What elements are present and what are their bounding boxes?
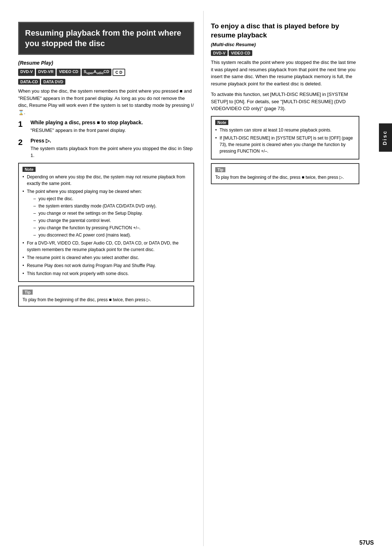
- badge-cd: C D: [113, 69, 125, 76]
- note-item-4: The resume point is cleared when you sel…: [23, 254, 190, 261]
- note-label-right: Note: [215, 120, 228, 125]
- step-1-number: 1: [18, 120, 28, 129]
- note-item-5: Resume Play does not work during Program…: [23, 262, 190, 269]
- badge-videocd: VIDEO CD: [57, 69, 80, 76]
- step-1-body: "RESUME" appears in the front panel disp…: [30, 127, 143, 134]
- badge-superaudiocd: SuperAudioCD: [82, 69, 111, 76]
- sub-list-left: you eject the disc. the system enters st…: [27, 195, 190, 238]
- sub-item-6: you disconnect the AC power cord (mains …: [33, 232, 190, 238]
- tip-box-left: Tip To play from the beginning of the di…: [18, 286, 194, 307]
- right-title: To enjoy a disc that is played before by…: [211, 22, 359, 40]
- right-subtitle: (Multi-disc Resume): [211, 42, 359, 47]
- right-body-2: To activate this function, set [MULTI-DI…: [211, 91, 359, 112]
- tip-box-right: Tip To play from the beginning of the di…: [211, 163, 359, 184]
- badge-row-1: DVD-V DVD-VR VIDEO CD SuperAudioCD C D: [18, 69, 194, 76]
- badge-datadvd: DATA DVD: [41, 79, 65, 85]
- sub-item-5: you change the function by pressing FUNC…: [33, 225, 190, 231]
- badge-datacd: DATA-CD: [18, 79, 40, 85]
- note-box-left: Note Depending on where you stop the dis…: [18, 163, 194, 282]
- right-badge-videocd: VIDEO CD: [229, 50, 252, 56]
- right-body-1: This system recalls the point where you …: [211, 59, 359, 87]
- note-item-6: This function may not work properly with…: [23, 270, 190, 277]
- step-2: 2 Press ▷. The system starts playback fr…: [18, 138, 194, 159]
- badge-dvdvr: DVD-VR: [36, 69, 56, 76]
- step-2-title: Press ▷.: [30, 138, 194, 144]
- side-tab: Disc: [379, 124, 392, 152]
- right-badge-row: DVD-V VIDEO CD: [211, 50, 359, 56]
- badge-row-2: DATA-CD DATA DVD: [18, 79, 194, 85]
- sub-item-3: you change or reset the settings on the …: [33, 210, 190, 217]
- note-item-1: Depending on where you stop the disc, th…: [23, 174, 190, 187]
- right-note-item-1: This system can store at least 10 resume…: [215, 127, 355, 133]
- sub-item-4: you change the parental control level.: [33, 217, 190, 224]
- right-badge-dvdv: DVD-V: [211, 50, 228, 56]
- note-list-right: This system can store at least 10 resume…: [215, 127, 355, 154]
- note-list-left: Depending on where you stop the disc, th…: [23, 174, 190, 277]
- tip-text-right: To play from the beginning of the disc, …: [215, 174, 355, 181]
- page-number: 57US: [359, 540, 374, 546]
- intro-text: When you stop the disc, the system remem…: [18, 88, 194, 116]
- note-item-2: The point where you stopped playing may …: [23, 188, 190, 238]
- step-1-title: While playing a disc, press ■ to stop pl…: [30, 120, 143, 125]
- sub-item-1: you eject the disc.: [33, 195, 190, 202]
- note-box-right: Note This system can store at least 10 r…: [211, 116, 359, 160]
- step-1: 1 While playing a disc, press ■ to stop …: [18, 120, 194, 134]
- right-note-item-2: If [MULTI-DISC RESUME] in [SYSTEM SETUP]…: [215, 135, 355, 154]
- step-2-body: The system starts playback from the poin…: [30, 145, 194, 159]
- note-label-left: Note: [23, 167, 36, 172]
- note-item-3: For a DVD-VR, VIDEO CD, Super Audio CD, …: [23, 240, 190, 253]
- tip-text-left: To play from the beginning of the disc, …: [23, 296, 190, 303]
- main-title: Resuming playback from the point where y…: [18, 22, 194, 55]
- sub-item-2: the system enters standby mode (DATA CD/…: [33, 203, 190, 209]
- tip-label-left: Tip: [23, 290, 33, 295]
- tip-label-right: Tip: [215, 167, 225, 172]
- resume-play-label: (Resume Play): [18, 60, 194, 66]
- step-2-number: 2: [18, 138, 28, 147]
- badge-dvdv: DVD-V: [18, 69, 35, 76]
